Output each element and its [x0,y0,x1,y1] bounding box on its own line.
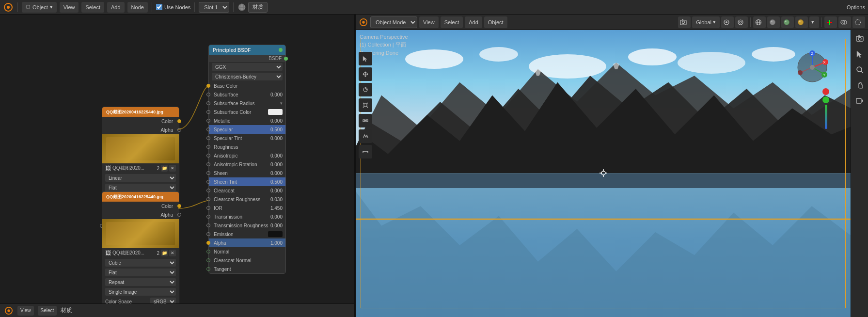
move-btn[interactable] [359,67,372,81]
sphere-icon [237,3,246,12]
sidebar-video-icon [855,96,864,105]
vp-blender-icon[interactable] [359,17,368,27]
vp-overlay-btn[interactable] [838,16,851,28]
principled-bsdf-node: Principled BSDF BSDF GGX Chris [208,45,286,274]
separator3 [194,2,195,12]
clearcoat-row: Clearcoat 0.000 [209,186,285,195]
center-crosshair [599,168,608,179]
use-nodes-checkbox[interactable] [156,4,162,10]
transform-btn[interactable] [359,114,372,127]
svg-point-1 [7,6,10,9]
separator2 [152,2,152,12]
select-cursor-btn[interactable] [359,52,372,65]
vp-material-btn[interactable] [781,16,794,28]
vp-transform-btn[interactable]: Global ▾ [692,16,720,28]
vp-shading-options-btn[interactable]: ▾ [809,16,819,28]
clearcoat-normal-socket [206,258,210,262]
overlay-icon [840,19,847,26]
emission-color-swatch[interactable] [268,231,283,237]
annotate-icon [362,133,369,140]
vp-xray-btn[interactable] [852,16,865,28]
vp-solid-btn[interactable] [767,16,780,28]
svg-marker-46 [365,87,366,89]
blender-logo[interactable] [3,2,14,13]
view-menu[interactable]: View [60,2,79,13]
vp-camera-icon-btn[interactable] [678,16,691,28]
source-select-2[interactable]: Single Image [105,288,176,296]
subsurface-method-select[interactable]: Christensen-Burley [212,73,283,80]
camera-icon [680,19,687,26]
options-btn[interactable]: Options [847,4,865,10]
img-node-1-interp: Linear [102,173,179,183]
interpolation-select-2[interactable]: Cubic [105,259,176,267]
svg-text:Y: Y [823,73,826,77]
vp-select-btn[interactable]: Select [441,16,463,28]
subsurface-color-swatch[interactable] [268,109,283,115]
svg-point-70 [810,65,815,70]
node-view-btn[interactable]: View [17,306,34,316]
viewport-mode-select[interactable]: Object Mode [370,16,417,28]
viewport-3d: Object Mode View Select Add Object Glo [356,15,868,317]
vp-object-btn[interactable]: Object [484,16,507,28]
svg-point-6 [7,309,10,312]
new-btn-2[interactable]: ✕ [169,250,176,256]
colorspace-select-2[interactable]: sRGB [150,298,176,303]
vp-sidebar-magnify-btn[interactable] [853,63,867,77]
distribution-select[interactable]: GGX [212,63,283,71]
tangent-row: Tangent [209,265,285,273]
svg-text:Z: Z [811,51,814,56]
cursor-icon [362,55,369,62]
browse-btn-2[interactable]: 📁 [161,250,168,256]
ior-socket [206,206,210,210]
vp-sidebar-hand-btn[interactable] [853,79,867,92]
add-menu[interactable]: Add [107,2,125,13]
annotate-btn[interactable] [359,129,372,143]
projection-select-1[interactable]: Flat [105,184,176,191]
measure-btn[interactable] [359,145,372,158]
editor-type-btn[interactable]: ⬡ Object ▾ [22,2,57,13]
node-editor-blender-icon[interactable] [4,306,14,316]
chevron-icon: ▾ [50,4,53,10]
vp-view-btn[interactable]: View [419,16,439,28]
vp-sidebar-video-btn[interactable] [853,94,867,108]
scale-btn[interactable] [359,98,372,112]
color-output-socket-2 [177,204,181,208]
img-node-1-alpha-output: Alpha [102,126,179,134]
viewport-content: Camera Perspective (1) Collection | 平面 R… [356,30,851,317]
new-btn-1[interactable]: ✕ [169,165,176,172]
vp-sidebar-camera-btn[interactable] [853,32,867,46]
specular-tint-socket [206,136,210,140]
vp-add-btn[interactable]: Add [465,16,482,28]
rotate-btn[interactable] [359,83,372,96]
svg-point-23 [798,19,804,25]
green-orb[interactable] [822,96,829,103]
img-node-2-preview [102,219,179,248]
chevron-down-icon2: ▾ [811,19,814,25]
interpolation-select-1[interactable]: Linear [105,174,176,182]
nav-gizmo[interactable]: X Y Z [795,50,829,84]
svg-point-75 [857,67,862,72]
vp-gizmo-btn[interactable] [824,16,837,28]
svg-point-13 [726,21,727,23]
vp-sidebar-select-btn[interactable] [853,48,867,61]
projection-select-2[interactable]: Flat [105,269,176,276]
vp-wireframe-btn[interactable] [753,16,766,28]
clearcoat-roughness-row: Clearcoat Roughness 0.030 [209,195,285,204]
slot-select[interactable]: Slot 1 [199,2,229,13]
vp-proportional-btn[interactable] [735,16,748,28]
select-menu-top[interactable]: Select [81,2,104,13]
material-name: 材质 [248,2,268,13]
node-menu[interactable]: Node [127,2,148,13]
sheen-socket [206,171,210,175]
extension-select-2[interactable]: Repeat [105,278,176,286]
use-nodes-toggle[interactable]: Use Nodes [156,4,190,10]
browse-btn-1[interactable]: 📁 [161,165,168,172]
img-node-2-proj: Flat [102,268,179,277]
vp-render-btn[interactable] [795,16,808,28]
red-orb[interactable] [822,88,829,95]
image-texture-node-2: QQ截图20200416225440.jpg Color Alpha 🖼 [102,191,179,303]
img-icon-2: 🖼 [105,250,111,256]
node-select-btn[interactable]: Select [38,306,57,316]
sidebar-camera-icon [855,34,864,43]
vp-snap-btn[interactable] [721,16,734,28]
